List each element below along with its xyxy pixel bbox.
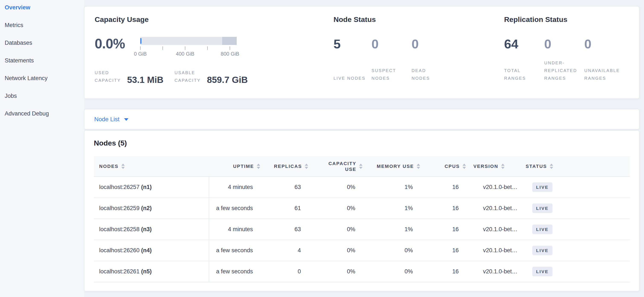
metric-value: 0: [544, 36, 578, 52]
nodes-table: NODESUPTIMEREPLICASCAPACITYUSEMEMORY USE…: [94, 156, 630, 282]
sort-down-arrow-icon: [417, 167, 420, 169]
column-header-inner: UPTIME: [209, 163, 262, 169]
cpus-cell: 16: [422, 240, 468, 261]
capacity-bar-highlight: [222, 37, 237, 45]
column-header-version[interactable]: VERSION: [468, 156, 520, 177]
sort-up-arrow-icon: [121, 164, 125, 166]
metric-label-box: UNDER-REPLICATED RANGES: [544, 57, 578, 82]
metric-label: UNAVAILABLE RANGES: [584, 67, 618, 82]
column-header-label: NODES: [99, 163, 118, 169]
sort-icon[interactable]: [417, 164, 420, 169]
column-header-inner: CPUS: [422, 163, 468, 169]
column-header-inner: MEMORY USE: [365, 163, 422, 169]
sort-down-arrow-icon: [359, 167, 362, 169]
sort-icon[interactable]: [462, 164, 466, 169]
version-cell: v20.1.0-bet…: [468, 198, 520, 219]
column-header-inner: CAPACITYUSE: [310, 161, 365, 172]
node-name-cell: localhost:26258 (n3): [94, 219, 209, 240]
main-content: Capacity Usage 0.0% 0 GiB400 GiB800 GiB …: [84, 0, 644, 297]
uptime-cell: 4 minutes: [209, 177, 262, 198]
node-address: localhost:26261: [99, 268, 141, 275]
node-list-dropdown[interactable]: Node List: [94, 116, 128, 123]
memory-use-cell: 1%: [365, 177, 422, 198]
metric-label-box: DEAD NODES: [412, 57, 446, 82]
replicas-cell: 4: [262, 240, 310, 261]
sidebar-item-advanced-debug[interactable]: Advanced Debug: [0, 109, 84, 118]
db-console: OverviewMetricsDatabasesStatementsNetwor…: [0, 0, 644, 297]
column-header-nodes[interactable]: NODES: [94, 156, 209, 177]
table-row[interactable]: localhost:26261 (n5)a few seconds00%0%16…: [94, 261, 630, 282]
capacity-use-cell: 0%: [310, 177, 365, 198]
cpus-cell: 16: [422, 198, 468, 219]
cluster-summary-card: Capacity Usage 0.0% 0 GiB400 GiB800 GiB …: [84, 6, 639, 99]
uptime-cell: a few seconds: [209, 261, 262, 282]
sidebar-item-overview[interactable]: Overview: [0, 3, 84, 11]
column-header-label: CPUS: [444, 163, 460, 169]
status-cell: LIVE: [520, 198, 630, 219]
sort-icon[interactable]: [501, 164, 504, 169]
metric-label-box: LIVE NODES: [334, 57, 366, 82]
axis-tick: [185, 46, 185, 50]
sidebar-item-jobs[interactable]: Jobs: [0, 92, 84, 100]
sidebar-item-statements[interactable]: Statements: [0, 56, 84, 64]
capacity-used-tick: [140, 38, 142, 44]
stat-label: USED CAPACITY: [95, 69, 122, 84]
memory-use-cell: 0%: [365, 240, 422, 261]
table-row[interactable]: localhost:26260 (n4)a few seconds40%0%16…: [94, 240, 630, 261]
capacity-used-percent: 0.0%: [95, 36, 136, 51]
sort-up-arrow-icon: [550, 164, 553, 166]
column-header-inner: STATUS: [520, 163, 630, 169]
table-header-row: NODESUPTIMEREPLICASCAPACITYUSEMEMORY USE…: [94, 156, 630, 177]
node-list-dropdown-card: Node List: [84, 109, 639, 129]
metric-value: 0: [372, 36, 406, 52]
capacity-usage-figure: 0.0% 0 GiB400 GiB800 GiB: [95, 36, 334, 57]
table-row[interactable]: localhost:26259 (n2)a few seconds610%1%1…: [94, 198, 630, 219]
metric-value: 5: [334, 36, 366, 52]
node-list-label: Node List: [94, 116, 120, 123]
sort-icon[interactable]: [359, 164, 362, 169]
table-row[interactable]: localhost:26258 (n3)4 minutes630%1%16v20…: [94, 219, 630, 240]
sidebar-item-databases[interactable]: Databases: [0, 39, 84, 47]
status-badge: LIVE: [532, 204, 552, 213]
node-name-cell: localhost:26261 (n5): [94, 261, 209, 282]
node-address: localhost:26257: [99, 184, 141, 190]
sort-icon[interactable]: [121, 164, 125, 169]
sort-icon[interactable]: [305, 164, 308, 169]
sort-down-arrow-icon: [462, 167, 466, 169]
sidebar-item-metrics[interactable]: Metrics: [0, 21, 84, 29]
node-name-cell: localhost:26260 (n4): [94, 240, 209, 261]
axis-tick-label: 400 GiB: [176, 51, 194, 57]
column-header-status[interactable]: STATUS: [520, 156, 630, 177]
replicas-cell: 0: [262, 261, 310, 282]
node-address: localhost:26258: [99, 226, 141, 233]
capacity-stats: USED CAPACITY53.1 MiBUSABLE CAPACITY859.…: [95, 69, 334, 84]
sidebar-item-network-latency[interactable]: Network Latency: [0, 74, 84, 82]
axis-tick: [230, 46, 230, 50]
chevron-down-icon: [124, 118, 128, 121]
column-header-uptime[interactable]: UPTIME: [209, 156, 262, 177]
node-status-metric-live-nodes: 5LIVE NODES: [334, 36, 366, 82]
version-cell: v20.1.0-bet…: [468, 177, 520, 198]
column-header-memory_use[interactable]: MEMORY USE: [365, 156, 422, 177]
cpus-cell: 16: [422, 261, 468, 282]
column-header-replicas[interactable]: REPLICAS: [262, 156, 310, 177]
capacity-usage-section: Capacity Usage 0.0% 0 GiB400 GiB800 GiB …: [95, 15, 334, 98]
column-header-capacity_use[interactable]: CAPACITYUSE: [310, 156, 365, 177]
sort-down-arrow-icon: [121, 167, 125, 169]
uptime-cell: a few seconds: [209, 198, 262, 219]
metric-value: 0: [584, 36, 618, 52]
node-status-metric-suspect-nodes: 0SUSPECT NODES: [372, 36, 406, 82]
column-header-label: VERSION: [474, 163, 498, 169]
stat-value: 53.1 MiB: [127, 75, 163, 85]
sort-icon[interactable]: [257, 164, 260, 169]
column-header-cpus[interactable]: CPUS: [422, 156, 468, 177]
sort-icon[interactable]: [550, 164, 553, 169]
table-row[interactable]: localhost:26257 (n1)4 minutes630%1%16v20…: [94, 177, 630, 198]
axis-tick-label: 0 GiB: [134, 51, 147, 57]
memory-use-cell: 1%: [365, 198, 422, 219]
metric-label-box: TOTAL RANGES: [504, 57, 538, 82]
sort-up-arrow-icon: [501, 164, 504, 166]
replication-metric-unavailable-ranges: 0UNAVAILABLE RANGES: [584, 36, 618, 82]
metric-label-box: SUSPECT NODES: [372, 57, 406, 82]
uptime-cell: 4 minutes: [209, 219, 262, 240]
